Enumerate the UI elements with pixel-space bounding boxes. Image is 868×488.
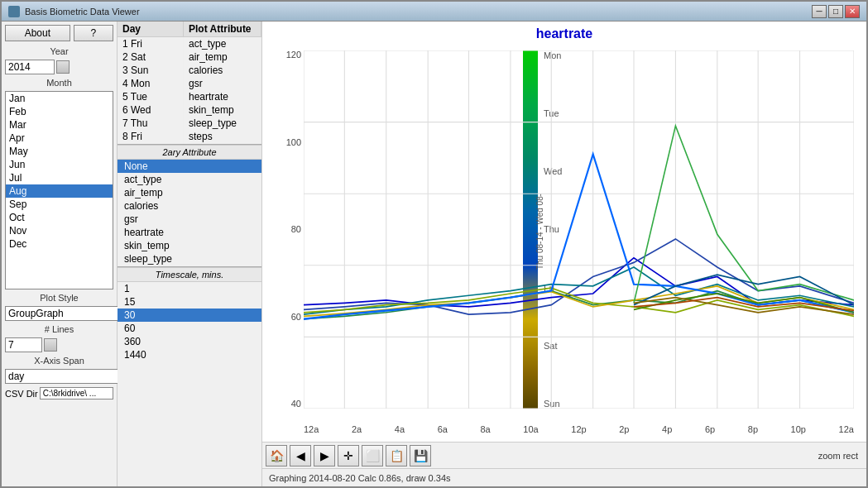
day-list: 1 Friact_type2 Satair_temp3 Suncalories4…: [117, 37, 261, 145]
x-label-2p: 2p: [619, 424, 629, 434]
secondary-attr-act_type[interactable]: act_type: [117, 173, 261, 186]
timescale-item-1440[interactable]: 1440: [117, 348, 261, 361]
month-item-oct[interactable]: Oct: [6, 211, 113, 224]
secondary-attr-air_temp[interactable]: air_temp: [117, 186, 261, 199]
top-buttons: About ?: [5, 25, 113, 41]
chart-toolbar: 🏠 ◀ ▶ ✛ ⬜ 📋 💾 zoom rect: [262, 442, 866, 468]
left-panel: About ? Year Month JanFebMarAprMayJunJul…: [2, 22, 117, 486]
lines-label: # Lines: [5, 324, 113, 334]
chart-title: heartrate: [262, 22, 866, 43]
save-button[interactable]: 💾: [410, 445, 431, 466]
app-icon: [8, 6, 20, 17]
lines-slider[interactable]: [44, 338, 57, 352]
chart-inner: [304, 50, 854, 409]
lines-input[interactable]: [5, 337, 42, 352]
day-item-7[interactable]: 7 Thusleep_type: [117, 117, 261, 130]
copy-button[interactable]: 📋: [386, 445, 407, 466]
month-item-jul[interactable]: Jul: [6, 171, 113, 184]
plot-style-row: [5, 306, 113, 321]
csv-input[interactable]: [40, 387, 113, 399]
forward-button[interactable]: ▶: [314, 445, 335, 466]
main-window: Basis Biometric Data Viewer ─ □ ✕ About …: [0, 0, 868, 488]
timescale-item-15[interactable]: 15: [117, 295, 261, 309]
list-header: Day Plot Attribute: [117, 22, 261, 37]
x-label-10a: 10a: [523, 424, 538, 434]
x-label-6p: 6p: [705, 424, 715, 434]
y-label-40: 40: [291, 399, 301, 409]
x-label-4a: 4a: [395, 424, 405, 434]
status-bar: Graphing 2014-08-20 Calc 0.86s, draw 0.3…: [262, 468, 866, 486]
x-label-8a: 8a: [480, 424, 490, 434]
y-label-80: 80: [291, 225, 301, 234]
secondary-attr-list: Noneact_typeair_tempcaloriesgsrheartrate…: [117, 160, 261, 267]
month-item-sep[interactable]: Sep: [6, 198, 113, 211]
day-item-2[interactable]: 2 Satair_temp: [117, 50, 261, 64]
secondary-attr-gsr[interactable]: gsr: [117, 213, 261, 226]
day-item-3[interactable]: 3 Suncalories: [117, 64, 261, 77]
secondary-attr-heartrate[interactable]: heartrate: [117, 226, 261, 239]
day-item-5[interactable]: 5 Tueheartrate: [117, 90, 261, 103]
titlebar: Basis Biometric Data Viewer ─ □ ✕: [2, 2, 866, 22]
month-label: Month: [5, 78, 113, 88]
x-label-6a: 6a: [438, 424, 448, 434]
about-button[interactable]: About: [5, 25, 70, 41]
month-item-dec[interactable]: Dec: [6, 237, 113, 251]
day-item-1[interactable]: 1 Friact_type: [117, 37, 261, 50]
month-list: JanFebMarAprMayJunJulAugSepOctNovDec: [5, 91, 113, 289]
x-label-4p: 4p: [662, 424, 672, 434]
timescale-list: 11530603601440: [117, 282, 261, 486]
y-label-100: 100: [286, 138, 301, 147]
plot-attr-column-header: Plot Attribute: [184, 22, 261, 36]
select-button[interactable]: ⬜: [362, 445, 383, 466]
y-axis-labels: 120100806040: [266, 50, 301, 409]
help-button[interactable]: ?: [74, 25, 113, 41]
year-row: [5, 60, 113, 74]
back-button[interactable]: ◀: [290, 445, 311, 466]
secondary-attr-none[interactable]: None: [117, 160, 261, 173]
month-item-aug[interactable]: Aug: [6, 184, 113, 198]
month-item-jan[interactable]: Jan: [6, 92, 113, 105]
xaxis-input[interactable]: [5, 369, 136, 384]
y-label-120: 120: [286, 50, 301, 60]
timescale-item-30[interactable]: 30: [117, 309, 261, 322]
move-button[interactable]: ✛: [338, 445, 359, 466]
attr-section-label: 2ary Attribute: [117, 145, 261, 160]
minimize-button[interactable]: ─: [812, 5, 827, 18]
month-item-jun[interactable]: Jun: [6, 158, 113, 171]
x-label-12p: 12p: [571, 424, 586, 434]
month-item-apr[interactable]: Apr: [6, 132, 113, 145]
window-title: Basis Biometric Data Viewer: [25, 7, 140, 17]
secondary-attr-skin_temp[interactable]: skin_temp: [117, 239, 261, 252]
secondary-attr-sleep_type[interactable]: sleep_type: [117, 252, 261, 266]
month-item-mar[interactable]: Mar: [6, 118, 113, 132]
day-item-6[interactable]: 6 Wedskin_temp: [117, 103, 261, 117]
chart-svg: [304, 50, 854, 409]
day-item-8[interactable]: 8 Fristeps: [117, 130, 261, 143]
month-item-feb[interactable]: Feb: [6, 105, 113, 118]
month-item-nov[interactable]: Nov: [6, 224, 113, 237]
day-column-header: Day: [117, 22, 184, 36]
x-label-8p: 8p: [748, 424, 758, 434]
maximize-button[interactable]: □: [828, 5, 843, 18]
lines-row: [5, 337, 113, 352]
list-panel: Day Plot Attribute 1 Friact_type2 Satair…: [117, 22, 262, 486]
plot-style-input[interactable]: [5, 306, 136, 321]
x-label-2a: 2a: [352, 424, 362, 434]
year-label: Year: [5, 46, 113, 56]
timescale-item-60[interactable]: 60: [117, 322, 261, 335]
month-item-may[interactable]: May: [6, 145, 113, 158]
y-label-60: 60: [291, 313, 301, 322]
plot-style-label: Plot Style: [5, 293, 113, 303]
timescale-item-360[interactable]: 360: [117, 335, 261, 348]
x-axis-labels: 12a2a4a6a8a10a12p2p4p6p8p10p12a: [304, 421, 854, 438]
xaxis-label: X-Axis Span: [5, 356, 113, 366]
year-slider[interactable]: [56, 60, 70, 74]
secondary-attr-calories[interactable]: calories: [117, 199, 261, 213]
timescale-item-1[interactable]: 1: [117, 282, 261, 295]
timescale-label: Timescale, mins.: [117, 267, 261, 282]
x-label-12a: 12a: [304, 424, 319, 434]
home-button[interactable]: 🏠: [266, 445, 287, 466]
close-button[interactable]: ✕: [845, 5, 860, 18]
day-item-4[interactable]: 4 Mongsr: [117, 77, 261, 90]
year-input[interactable]: [5, 60, 55, 74]
